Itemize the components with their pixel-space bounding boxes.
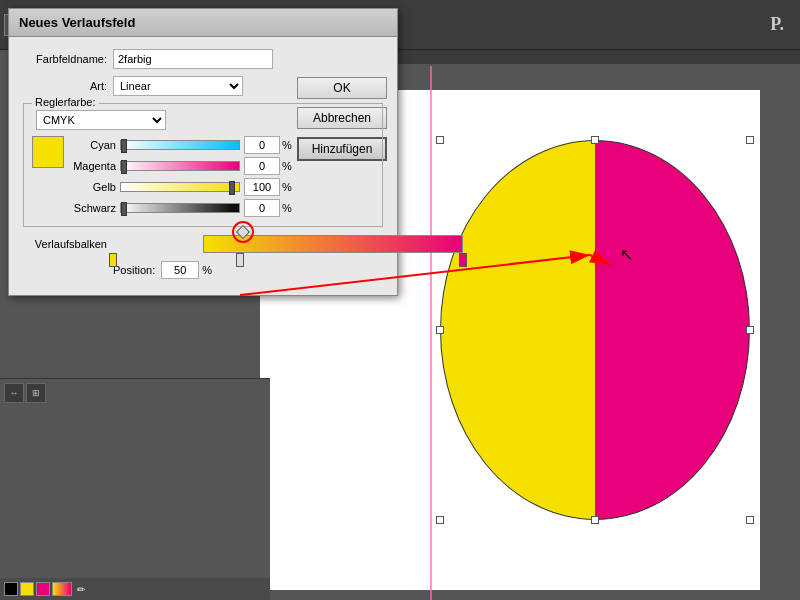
swatch-pencil-icon[interactable]: ✏	[74, 582, 88, 596]
cyan-slider-track[interactable]	[120, 140, 240, 150]
farbfeldname-row: Farbfeldname:	[23, 49, 383, 69]
cyan-label: Cyan	[70, 139, 120, 151]
gelb-slider-thumb[interactable]	[229, 181, 235, 195]
handle-left[interactable]	[436, 326, 444, 334]
verlaufsbalken-row: Verlaufsbalken	[23, 235, 383, 253]
handle-bottomleft[interactable]	[436, 516, 444, 524]
cyan-slider-thumb[interactable]	[121, 139, 127, 153]
position-percent: %	[202, 264, 212, 276]
color-area: Cyan % Magenta %	[32, 136, 374, 220]
cmyk-sliders: Cyan % Magenta %	[70, 136, 374, 220]
ellipse-shape[interactable]	[440, 140, 750, 520]
cyan-percent: %	[282, 139, 292, 151]
color-swatch-yellow[interactable]	[32, 136, 64, 168]
handle-bottom[interactable]	[591, 516, 599, 524]
verlaufsbalken-label: Verlaufsbalken	[23, 238, 113, 250]
panel-icon-1[interactable]: ↔	[4, 383, 24, 403]
handle-topright[interactable]	[746, 136, 754, 144]
schwarz-slider-thumb[interactable]	[121, 202, 127, 216]
schwarz-percent: %	[282, 202, 292, 214]
dialog-title-text: Neues Verlaufsfeld	[19, 15, 135, 30]
gradient-stop-bottom[interactable]	[236, 253, 244, 267]
handle-right[interactable]	[746, 326, 754, 334]
app-logo: P.	[770, 14, 784, 35]
art-label: Art:	[23, 80, 113, 92]
magenta-slider-track[interactable]	[120, 161, 240, 171]
panel-icons: ↔ ⊞	[0, 379, 270, 407]
magenta-slider-thumb[interactable]	[121, 160, 127, 174]
panel-row-1: ↔ ⊞	[4, 383, 266, 403]
swatch-yellow[interactable]	[20, 582, 34, 596]
swatch-magenta[interactable]	[36, 582, 50, 596]
guide-line-vertical	[430, 66, 432, 600]
shape-container[interactable]	[440, 140, 750, 520]
swatch-black[interactable]	[4, 582, 18, 596]
schwarz-slider-track[interactable]	[120, 203, 240, 213]
magenta-percent: %	[282, 160, 292, 172]
ok-button[interactable]: OK	[297, 77, 387, 99]
handle-top[interactable]	[591, 136, 599, 144]
gelb-value-input[interactable]	[244, 178, 280, 196]
position-row: Position: %	[113, 261, 383, 279]
dialog-title: Neues Verlaufsfeld	[9, 9, 397, 37]
left-bottom-panel: ↔ ⊞	[0, 378, 270, 578]
farbfeldname-label: Farbfeldname:	[23, 53, 113, 65]
schwarz-label: Schwarz	[70, 202, 120, 214]
cyan-value-input[interactable]	[244, 136, 280, 154]
gradient-bar-wrapper	[113, 235, 463, 253]
panel-icon-2[interactable]: ⊞	[26, 383, 46, 403]
reglerfarbe-group: Reglerfarbe: CMYK RGB Cyan	[23, 103, 383, 227]
schwarz-row: Schwarz %	[70, 199, 374, 217]
handle-topleft[interactable]	[436, 136, 444, 144]
cmyk-select-row: CMYK RGB	[32, 110, 374, 130]
gradient-stop-highlight	[232, 221, 254, 243]
gelb-slider-track[interactable]	[120, 182, 240, 192]
position-label: Position:	[113, 264, 155, 276]
schwarz-value-input[interactable]	[244, 199, 280, 217]
reglerfarbe-legend: Reglerfarbe:	[32, 96, 99, 108]
gelb-row: Gelb %	[70, 178, 374, 196]
bottom-swatches-bar: ✏	[0, 578, 270, 600]
magenta-value-input[interactable]	[244, 157, 280, 175]
farbfeldname-input[interactable]	[113, 49, 273, 69]
magenta-row: Magenta %	[70, 157, 374, 175]
position-input[interactable]	[161, 261, 199, 279]
dialog-body: OK Abbrechen Hinzufügen Farbfeldname: Ar…	[9, 37, 397, 295]
handle-bottomright[interactable]	[746, 516, 754, 524]
gradient-stop-start[interactable]	[109, 253, 117, 267]
gelb-percent: %	[282, 181, 292, 193]
gradient-bar-section: Verlaufsbalken	[23, 235, 383, 279]
swatch-gradient[interactable]	[52, 582, 72, 596]
gelb-label: Gelb	[70, 181, 120, 193]
dialog-new-gradient: Neues Verlaufsfeld OK Abbrechen Hinzufüg…	[8, 8, 398, 296]
cyan-row: Cyan %	[70, 136, 374, 154]
magenta-label: Magenta	[70, 160, 120, 172]
gradient-stop-end[interactable]	[459, 253, 467, 267]
cmyk-select[interactable]: CMYK RGB	[36, 110, 166, 130]
art-select[interactable]: Linear Radial	[113, 76, 243, 96]
